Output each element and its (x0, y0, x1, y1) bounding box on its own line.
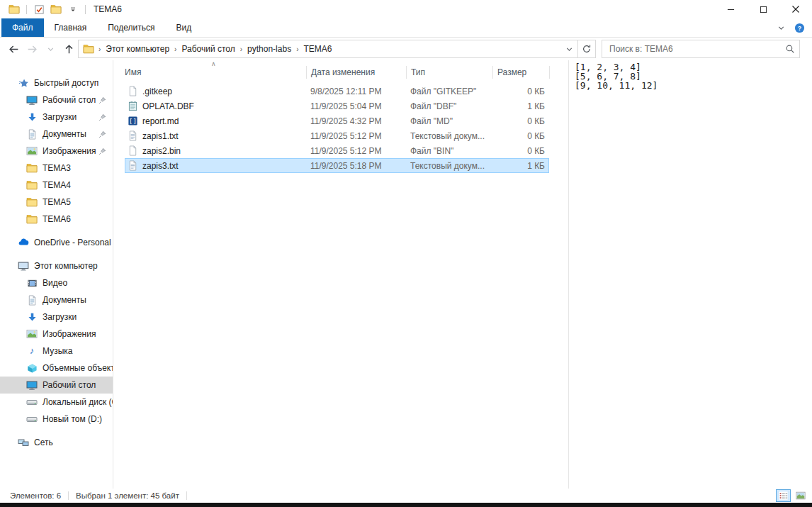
video-icon (26, 277, 38, 289)
sidebar-item[interactable]: Загрузки (0, 308, 113, 325)
ribbon-tab[interactable]: Главная (44, 18, 98, 37)
file-name: zapis2.bin (142, 146, 181, 156)
sidebar-item[interactable]: Загрузки (0, 108, 113, 126)
sidebar-item[interactable]: ТЕМА6 (0, 211, 113, 228)
recent-locations-chevron-icon[interactable] (41, 40, 60, 58)
sidebar-item-label: Музыка (43, 346, 72, 356)
sidebar-item[interactable]: Рабочий стол (0, 377, 113, 394)
minimize-button[interactable] (714, 0, 747, 18)
notepad-icon (127, 101, 138, 112)
address-dropdown-chevron-icon[interactable] (562, 40, 576, 57)
up-button[interactable] (60, 40, 78, 58)
download-icon (26, 311, 38, 323)
file-row[interactable]: zapis2.bin11/9/2025 5:12 PMФайл "BIN"0 К… (125, 143, 549, 158)
file-size: 0 КБ (492, 87, 549, 96)
sidebar-item-label: Этот компьютер (34, 261, 98, 271)
help-icon[interactable]: ? (794, 23, 805, 33)
sidebar-item[interactable]: ТЕМА4 (0, 177, 113, 194)
column-header[interactable]: Имя (113, 66, 306, 79)
cloud-icon (18, 237, 29, 248)
ribbon-tab[interactable]: Поделиться (97, 18, 165, 37)
breadcrumb-segment[interactable]: Этот компьютер (103, 44, 172, 54)
sidebar-item[interactable]: Этот компьютер (0, 257, 113, 274)
view-details-button[interactable] (776, 489, 791, 502)
ribbon-right-controls: ? (777, 18, 805, 37)
sidebar-item-label: ТЕМА5 (43, 197, 71, 207)
file-name: OPLATA.DBF (142, 101, 194, 111)
sidebar-item[interactable]: Быстрый доступ (0, 74, 113, 91)
pin-icon[interactable] (97, 112, 107, 122)
file-row[interactable]: .gitkeep9/8/2025 12:11 PMФайл "GITKEEP"0… (125, 84, 549, 99)
desktop-icon (26, 379, 38, 391)
sidebar-item[interactable]: Сеть (0, 434, 113, 451)
items-count-label: Элементов: 6 (10, 491, 61, 500)
address-folder-icon (83, 43, 94, 55)
breadcrumb-separator[interactable]: › (238, 45, 244, 53)
qat-customize-chevron-icon[interactable] (67, 4, 79, 15)
file-date: 11/9/2025 5:12 PM (306, 146, 406, 156)
sidebar-item[interactable]: ♪Музыка (0, 342, 113, 360)
breadcrumb-separator[interactable]: › (172, 45, 179, 53)
column-header[interactable]: Размер (492, 66, 549, 79)
breadcrumb-segment[interactable]: Рабочий стол (179, 44, 237, 54)
file-row[interactable]: zapis3.txt11/9/2025 5:18 PMТекстовый док… (125, 158, 549, 173)
refresh-button[interactable] (577, 40, 596, 58)
breadcrumb-segment[interactable]: python-labs (244, 44, 294, 54)
sidebar-item[interactable]: Видео (0, 274, 113, 291)
svg-text:[]: [] (128, 117, 136, 125)
breadcrumb: Этот компьютер›Рабочий стол›python-labs›… (103, 44, 334, 54)
new-folder-icon[interactable] (50, 4, 62, 15)
view-thumbnails-button[interactable] (793, 489, 808, 502)
pin-icon[interactable] (97, 129, 107, 139)
ribbon-tab[interactable]: Файл (1, 18, 44, 37)
file-name: .gitkeep (142, 87, 172, 96)
sidebar-item-label: Загрузки (43, 112, 77, 122)
breadcrumb-separator[interactable]: › (294, 45, 300, 53)
search-icon[interactable] (785, 44, 795, 54)
ribbon-tab-label: Файл (12, 23, 33, 33)
document-icon (26, 128, 38, 140)
file-rows: .gitkeep9/8/2025 12:11 PMФайл "GITKEEP"0… (125, 84, 549, 173)
back-button[interactable] (4, 40, 23, 58)
file-row[interactable]: OPLATA.DBF11/9/2025 5:04 PMФайл "DBF"1 К… (125, 99, 549, 113)
folder-icon (26, 179, 38, 191)
sidebar-item-label: ТЕМА4 (43, 180, 71, 190)
sidebar-item[interactable]: Рабочий стол (0, 91, 113, 108)
ribbon-tab[interactable]: Вид (165, 18, 202, 37)
sidebar-item[interactable]: Локальный диск (C:) (0, 394, 113, 411)
sidebar-item-label: Изображения (43, 146, 96, 156)
sidebar-item[interactable]: ТЕМА3 (0, 160, 113, 177)
picture-icon (26, 328, 38, 340)
sidebar-item[interactable]: OneDrive - Personal (0, 234, 113, 251)
maximize-button[interactable] (747, 0, 779, 18)
sidebar-item[interactable]: Изображения (0, 143, 113, 160)
column-header[interactable]: Дата изменения (306, 66, 406, 79)
sidebar-item[interactable]: Объемные объекты (0, 360, 113, 377)
music-icon: ♪ (26, 345, 38, 357)
folder-icon (26, 162, 38, 174)
pin-icon[interactable] (97, 95, 107, 105)
pin-icon[interactable] (97, 146, 107, 156)
search-input[interactable] (608, 43, 785, 55)
file-row[interactable]: []report.md11/9/2025 4:32 PMФайл "MD"0 К… (125, 113, 549, 128)
folder-icon (26, 196, 38, 208)
sidebar-item[interactable]: Документы (0, 126, 113, 143)
sidebar-item[interactable]: Изображения (0, 325, 113, 342)
document-icon (26, 294, 38, 306)
expand-ribbon-chevron-icon[interactable] (777, 23, 786, 33)
address-bar[interactable]: › Этот компьютер›Рабочий стол›python-lab… (78, 40, 578, 58)
forward-button[interactable] (23, 40, 41, 58)
sidebar-item[interactable]: ТЕМА5 (0, 194, 113, 211)
file-type: Текстовый докум... (406, 161, 492, 171)
breadcrumb-segment[interactable]: ТЕМА6 (300, 44, 334, 54)
properties-check-icon[interactable] (33, 4, 45, 15)
file-row[interactable]: zapis1.txt11/9/2025 5:12 PMТекстовый док… (125, 128, 549, 143)
sidebar-item[interactable]: Документы (0, 291, 113, 308)
file-date: 11/9/2025 5:18 PM (306, 161, 406, 171)
column-header[interactable]: Тип (406, 66, 492, 79)
svg-text:?: ? (798, 24, 801, 31)
quick-access-toolbar: ТЕМА6 (0, 0, 122, 18)
navigation-pane: Быстрый доступРабочий столЗагрузкиДокуме… (0, 60, 113, 489)
sidebar-item[interactable]: Новый том (D:) (0, 411, 113, 428)
close-button[interactable] (779, 0, 812, 18)
